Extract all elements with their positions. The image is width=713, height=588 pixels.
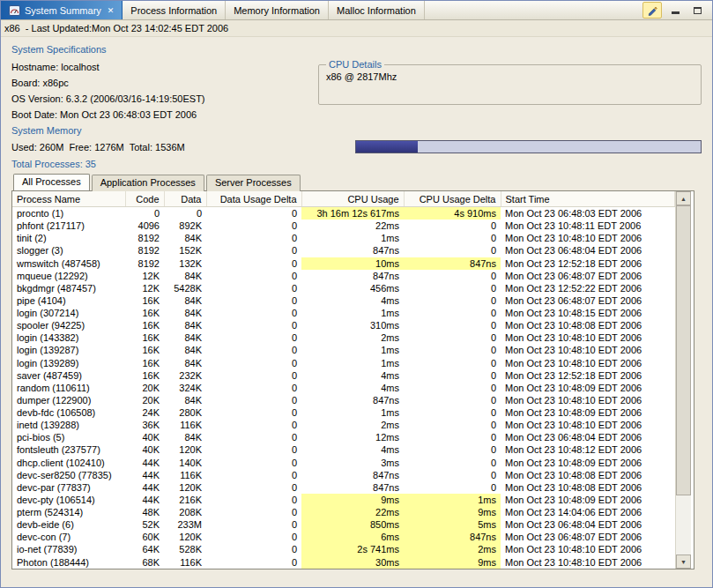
process-table-container: Process Name Code Data Data Usage Delta … <box>11 190 694 569</box>
column-header-start-time[interactable]: Start Time <box>501 191 675 207</box>
cell-start-time: Mon Oct 23 10:48:09 EDT 2006 <box>501 406 675 419</box>
cell-data-delta: 0 <box>206 331 301 344</box>
table-row[interactable]: fontsleuth (237577)40K120K04ms0Mon Oct 2… <box>12 443 675 456</box>
table-row[interactable]: wmswitch (487458)8192132K010ms847nsMon O… <box>12 257 675 270</box>
cell-code: 44K <box>125 457 164 469</box>
table-row[interactable]: procnto (1)0003h 16m 12s 617ms4s 910msMo… <box>12 207 675 220</box>
table-row[interactable]: devb-fdc (106508)24K280K01ms0Mon Oct 23 … <box>12 406 675 419</box>
table-row[interactable]: login (139287)16K84K01ms0Mon Oct 23 10:4… <box>12 344 675 356</box>
cell-data-delta: 0 <box>206 543 301 555</box>
cell-cpu-usage: 4ms <box>301 294 404 307</box>
table-row[interactable]: login (143382)16K84K02ms0Mon Oct 23 10:4… <box>12 331 675 344</box>
table-row[interactable]: phfont (217117)4096892K022ms0Mon Oct 23 … <box>12 220 675 232</box>
table-row[interactable]: Photon (188444)68K116K030ms9msMon Oct 23… <box>12 556 675 569</box>
cell-cpu-usage: 22ms <box>301 506 404 518</box>
cell-start-time: Mon Oct 23 12:52:22 EDT 2006 <box>501 282 675 294</box>
table-row[interactable]: mqueue (12292)12K84K0847ns0Mon Oct 23 06… <box>12 270 675 282</box>
table-row[interactable]: pci-bios (5)40K84K012ms0Mon Oct 23 06:48… <box>12 431 675 443</box>
cell-code: 40K <box>125 431 164 443</box>
scrollbar-thumb[interactable] <box>676 205 691 495</box>
cell-name: devb-eide (6) <box>12 518 125 531</box>
tab-process-information[interactable]: Process Information <box>123 1 226 19</box>
table-row[interactable]: devc-con (7)60K120K06ms847nsMon Oct 23 0… <box>12 531 675 543</box>
tab-malloc-information[interactable]: Malloc Information <box>329 1 425 19</box>
vertical-scrollbar[interactable]: ▲ ▼ <box>675 191 691 569</box>
hostname-field: Hostname: localhost <box>11 59 318 75</box>
cell-data-delta: 0 <box>206 431 301 443</box>
table-row[interactable]: inetd (139288)36K116K02ms0Mon Oct 23 10:… <box>12 419 675 431</box>
cell-data: 116K <box>164 556 206 569</box>
tab-system-summary[interactable]: System Summary ✕ <box>1 1 123 19</box>
table-row[interactable]: pterm (524314)48K208K022ms9msMon Oct 23 … <box>12 506 675 518</box>
pen-icon[interactable] <box>642 2 662 19</box>
maximize-icon[interactable] <box>688 3 706 18</box>
tab-memory-information[interactable]: Memory Information <box>226 1 329 19</box>
cell-data-delta: 0 <box>206 382 301 394</box>
cell-data: 280K <box>164 406 206 419</box>
cell-data: 152K <box>164 244 206 257</box>
close-icon[interactable]: ✕ <box>108 6 115 15</box>
cell-name: pipe (4104) <box>12 294 125 307</box>
table-row[interactable]: tinit (2)819284K01ms0Mon Oct 23 10:48:10… <box>12 232 675 244</box>
cell-cpu-usage: 4ms <box>301 382 404 394</box>
column-header-cpu-usage[interactable]: CPU Usage <box>301 191 404 207</box>
column-header-code[interactable]: Code <box>125 191 164 207</box>
table-header-row: Process Name Code Data Data Usage Delta … <box>12 191 675 207</box>
cell-start-time: Mon Oct 23 10:48:09 EDT 2006 <box>501 457 675 469</box>
table-row[interactable]: spooler (94225)16K84K0310ms0Mon Oct 23 1… <box>12 319 675 331</box>
cell-cpu-delta: 847ns <box>404 257 501 270</box>
cell-code: 8192 <box>125 232 164 244</box>
cell-cpu-delta: 0 <box>404 344 501 356</box>
column-header-data-usage-delta[interactable]: Data Usage Delta <box>206 191 301 207</box>
table-row[interactable]: io-net (77839)64K528K02s 741ms2msMon Oct… <box>12 543 675 555</box>
cell-cpu-usage: 4ms <box>301 369 404 382</box>
column-header-data[interactable]: Data <box>164 191 206 207</box>
cell-code: 12K <box>125 282 164 294</box>
tab-server-processes[interactable]: Server Processes <box>206 175 301 191</box>
cell-data-delta: 0 <box>206 357 301 369</box>
view-tab-bar: System Summary ✕ Process Information Mem… <box>1 1 712 20</box>
cell-cpu-delta: 2ms <box>404 543 501 555</box>
table-row[interactable]: pipe (4104)16K84K04ms0Mon Oct 23 06:48:0… <box>12 294 675 307</box>
table-row[interactable]: devc-par (77837)44K120K0847ns0Mon Oct 23… <box>12 481 675 494</box>
table-row[interactable]: slogger (3)8192152K0847ns0Mon Oct 23 06:… <box>12 244 675 257</box>
cell-start-time: Mon Oct 23 10:48:09 EDT 2006 <box>501 494 675 506</box>
table-row[interactable]: login (307214)16K84K01ms0Mon Oct 23 10:4… <box>12 307 675 319</box>
cell-code: 8192 <box>125 244 164 257</box>
table-row[interactable]: dumper (122900)20K84K0847ns0Mon Oct 23 1… <box>12 394 675 406</box>
cell-cpu-delta: 0 <box>404 481 501 494</box>
cell-cpu-usage: 6ms <box>301 531 404 543</box>
cell-data-delta: 0 <box>206 207 301 220</box>
table-row[interactable]: dhcp.client (102410)44K140K03ms0Mon Oct … <box>12 457 675 469</box>
cell-data: 233M <box>164 518 206 531</box>
table-row[interactable]: bkgdmgr (487457)12K5428K0456ms0Mon Oct 2… <box>12 282 675 294</box>
cell-cpu-delta: 0 <box>404 369 501 382</box>
cell-start-time: Mon Oct 23 06:48:07 EDT 2006 <box>501 531 675 543</box>
tab-application-processes[interactable]: Application Processes <box>92 175 204 191</box>
cell-data: 84K <box>164 394 206 406</box>
cell-name: io-net (77839) <box>12 543 125 555</box>
cell-start-time: Mon Oct 23 12:52:18 EDT 2006 <box>501 369 675 382</box>
cell-data: 140K <box>164 457 206 469</box>
cell-cpu-usage: 2ms <box>301 331 404 344</box>
table-row[interactable]: login (139289)16K84K01ms0Mon Oct 23 10:4… <box>12 357 675 369</box>
scroll-down-icon[interactable]: ▼ <box>676 555 691 569</box>
table-row[interactable]: random (110611)20K324K04ms0Mon Oct 23 10… <box>12 382 675 394</box>
cell-data: 528K <box>164 543 206 555</box>
table-row[interactable]: devc-pty (106514)44K216K09ms1msMon Oct 2… <box>12 494 675 506</box>
table-row[interactable]: devc-ser8250 (77835)44K116K0847ns0Mon Oc… <box>12 469 675 481</box>
cell-code: 8192 <box>125 257 164 270</box>
table-row[interactable]: saver (487459)16K232K04ms0Mon Oct 23 12:… <box>12 369 675 382</box>
column-header-process-name[interactable]: Process Name <box>12 191 125 207</box>
cell-cpu-usage: 2s 741ms <box>301 543 404 555</box>
cell-data: 132K <box>164 257 206 270</box>
scrollbar-track[interactable] <box>676 205 691 555</box>
process-tab-bar: All Processes Application Processes Serv… <box>13 174 702 190</box>
table-row[interactable]: devb-eide (6)52K233M0850ms5msMon Oct 23 … <box>12 518 675 531</box>
minimize-icon[interactable] <box>666 3 684 18</box>
cell-data-delta: 0 <box>206 556 301 569</box>
column-header-cpu-usage-delta[interactable]: CPU Usage Delta <box>404 191 501 207</box>
scroll-up-icon[interactable]: ▲ <box>676 191 691 205</box>
cell-name: mqueue (12292) <box>12 270 125 282</box>
tab-all-processes[interactable]: All Processes <box>13 174 90 190</box>
